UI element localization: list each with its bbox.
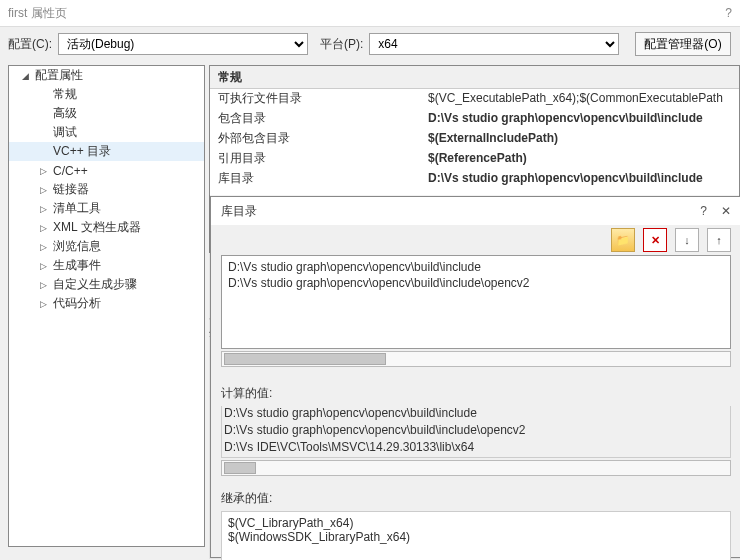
platform-label: 平台(P): (320, 36, 363, 53)
tree-item-advanced[interactable]: 高级 (9, 104, 204, 123)
tree-item-custombuild[interactable]: ▷自定义生成步骤 (9, 275, 204, 294)
dialog-title-text: 库目录 (221, 203, 257, 220)
titlebar: first 属性页 ? (0, 0, 740, 27)
inherited-value: $(VC_LibraryPath_x64) (228, 516, 724, 530)
tree-item-linker[interactable]: ▷链接器 (9, 180, 204, 199)
tree-item-codeanalysis[interactable]: ▷代码分析 (9, 294, 204, 313)
move-up-icon[interactable]: ↑ (707, 228, 731, 252)
config-select[interactable]: 活动(Debug) (58, 33, 308, 55)
grid-row[interactable]: 可执行文件目录$(VC_ExecutablePath_x64);$(Common… (210, 88, 739, 108)
dialog-close-icon[interactable]: ✕ (721, 204, 731, 218)
grid-row[interactable]: 引用目录$(ReferencePath) (210, 148, 739, 168)
library-dirs-dialog: 库目录 ? ✕ 📁 ✕ ↓ ↑ D:\Vs studio graph\openc… (210, 196, 740, 558)
tree-root[interactable]: ◢ 配置属性 (9, 66, 204, 85)
newline-folder-icon[interactable]: 📁 (611, 228, 635, 252)
inherited-section: 继承的值: $(VC_LibraryPath_x64) $(WindowsSDK… (221, 490, 731, 560)
inherited-value: $(WindowsSDK_LibraryPath_x64) (228, 530, 724, 544)
grid-section-header[interactable]: 常规 (210, 66, 739, 89)
tree-item-manifest[interactable]: ▷清单工具 (9, 199, 204, 218)
tree-item-buildevents[interactable]: ▷生成事件 (9, 256, 204, 275)
config-tree[interactable]: ◢ 配置属性 常规 高级 调试 VC++ 目录 ▷C/C++ ▷链接器 ▷清单工… (8, 65, 205, 547)
grid-row[interactable]: 包含目录D:\Vs studio graph\opencv\opencv\bui… (210, 108, 739, 128)
chevron-right-icon[interactable]: ▷ (37, 203, 49, 215)
chevron-right-icon[interactable]: ▷ (37, 260, 49, 272)
chevron-right-icon[interactable]: ▷ (37, 279, 49, 291)
config-manager-button[interactable]: 配置管理器(O) (635, 32, 730, 56)
chevron-right-icon[interactable]: ▷ (37, 165, 49, 177)
list-item[interactable]: D:\Vs studio graph\opencv\opencv\build\i… (228, 276, 724, 292)
dialog-help-icon[interactable]: ? (700, 204, 707, 218)
move-down-icon[interactable]: ↓ (675, 228, 699, 252)
delete-entry-icon[interactable]: ✕ (643, 228, 667, 252)
computed-value: D:\Vs studio graph\opencv\opencv\build\i… (224, 406, 728, 423)
window-title: first 属性页 (8, 5, 67, 22)
toolbar: 配置(C): 活动(Debug) 平台(P): x64 配置管理器(O) (0, 27, 740, 61)
grid-row[interactable]: 外部包含目录$(ExternalIncludePath) (210, 128, 739, 148)
computed-hscroll[interactable] (221, 460, 731, 476)
scrollbar-thumb[interactable] (224, 462, 256, 474)
entries-hscroll[interactable] (221, 351, 731, 367)
expander-icon[interactable]: ◢ (19, 70, 31, 82)
grid-row[interactable]: 库目录D:\Vs studio graph\opencv\opencv\buil… (210, 168, 739, 188)
computed-value: D:\Vs studio graph\opencv\opencv\build\i… (224, 423, 728, 440)
dialog-toolbar: 📁 ✕ ↓ ↑ (211, 225, 740, 255)
computed-section: 计算的值: D:\Vs studio graph\opencv\opencv\b… (221, 385, 731, 476)
tree-item-browse[interactable]: ▷浏览信息 (9, 237, 204, 256)
dialog-titlebar: 库目录 ? ✕ (211, 197, 740, 225)
chevron-right-icon[interactable]: ▷ (37, 241, 49, 253)
tree-item-debug[interactable]: 调试 (9, 123, 204, 142)
tree-item-general[interactable]: 常规 (9, 85, 204, 104)
chevron-right-icon[interactable]: ▷ (37, 184, 49, 196)
tree-item-ccpp[interactable]: ▷C/C++ (9, 161, 204, 180)
chevron-right-icon[interactable]: ▷ (37, 298, 49, 310)
entries-list[interactable]: D:\Vs studio graph\opencv\opencv\build\i… (221, 255, 731, 349)
help-icon[interactable]: ? (725, 6, 732, 20)
chevron-right-icon[interactable]: ▷ (37, 222, 49, 234)
scrollbar-thumb[interactable] (224, 353, 386, 365)
tree-item-xmldoc[interactable]: ▷XML 文档生成器 (9, 218, 204, 237)
tree-item-vc-dirs[interactable]: VC++ 目录 (9, 142, 204, 161)
computed-value: D:\Vs IDE\VC\Tools\MSVC\14.29.30133\lib\… (224, 440, 728, 457)
inherited-header: 继承的值: (221, 490, 731, 507)
list-item[interactable]: D:\Vs studio graph\opencv\opencv\build\i… (228, 260, 724, 276)
computed-header: 计算的值: (221, 385, 731, 402)
config-label: 配置(C): (8, 36, 52, 53)
platform-select[interactable]: x64 (369, 33, 619, 55)
